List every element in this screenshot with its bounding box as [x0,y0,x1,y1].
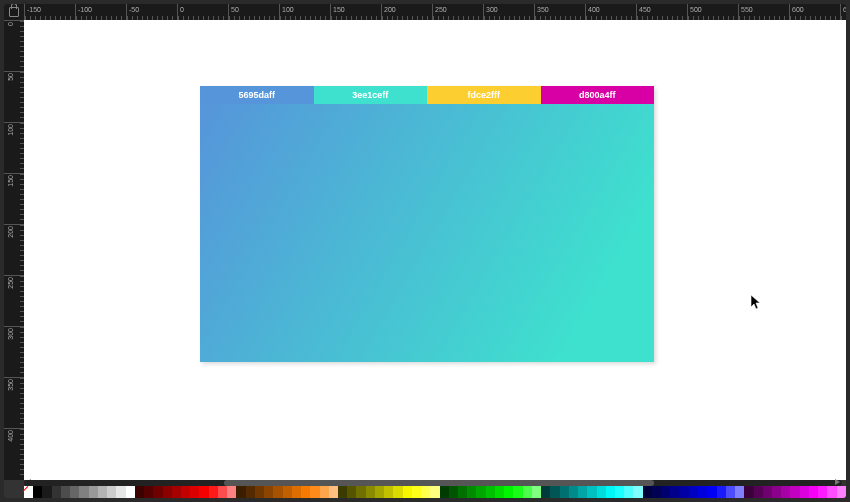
palette-color[interactable] [698,486,707,498]
palette-color[interactable] [827,486,836,498]
palette-color[interactable] [163,486,172,498]
palette-color[interactable] [809,486,818,498]
palette-color[interactable] [440,486,449,498]
palette-color[interactable] [717,486,726,498]
palette-color[interactable] [680,486,689,498]
color-palette[interactable] [24,486,846,498]
palette-color[interactable] [818,486,827,498]
gradient-rectangle[interactable] [200,104,654,362]
palette-color[interactable] [652,486,661,498]
palette-color[interactable] [458,486,467,498]
palette-color[interactable] [246,486,255,498]
palette-color[interactable] [283,486,292,498]
palette-color[interactable] [421,486,430,498]
palette-color[interactable] [329,486,338,498]
palette-color[interactable] [541,486,550,498]
palette-color[interactable] [98,486,107,498]
palette-color[interactable] [661,486,670,498]
palette-color[interactable] [707,486,716,498]
scroll-right-icon[interactable] [835,479,840,485]
palette-color[interactable] [135,486,144,498]
palette-color[interactable] [144,486,153,498]
palette-color[interactable] [126,486,135,498]
ruler-vertical[interactable]: 050100150200250300350400 [4,20,24,480]
palette-color[interactable] [292,486,301,498]
color-swatch[interactable]: fdce2fff [427,86,541,104]
palette-color[interactable] [569,486,578,498]
palette-color[interactable] [726,486,735,498]
palette-color[interactable] [606,486,615,498]
palette-color[interactable] [153,486,162,498]
palette-color[interactable] [70,486,79,498]
palette-color[interactable] [52,486,61,498]
color-swatch[interactable]: 3ee1ceff [314,86,428,104]
palette-color[interactable] [670,486,679,498]
artboard[interactable]: 5695daff3ee1cefffdce2fffd800a4ff [200,86,654,362]
palette-color[interactable] [800,486,809,498]
palette-color[interactable] [504,486,513,498]
palette-color[interactable] [320,486,329,498]
palette-color[interactable] [587,486,596,498]
palette-color[interactable] [375,486,384,498]
palette-color[interactable] [597,486,606,498]
palette-color[interactable] [449,486,458,498]
palette-color[interactable] [209,486,218,498]
palette-color[interactable] [218,486,227,498]
palette-color[interactable] [255,486,264,498]
palette-color[interactable] [837,486,846,498]
palette-color[interactable] [403,486,412,498]
palette-color[interactable] [107,486,116,498]
palette-color[interactable] [42,486,51,498]
palette-color[interactable] [264,486,273,498]
palette-color[interactable] [347,486,356,498]
palette-color[interactable] [116,486,125,498]
palette-color[interactable] [356,486,365,498]
palette-color[interactable] [578,486,587,498]
palette-color[interactable] [495,486,504,498]
palette-color[interactable] [772,486,781,498]
palette-color[interactable] [393,486,402,498]
palette-color[interactable] [689,486,698,498]
palette-color[interactable] [338,486,347,498]
palette-color[interactable] [476,486,485,498]
palette-color[interactable] [199,486,208,498]
palette-color[interactable] [227,486,236,498]
palette-color[interactable] [523,486,532,498]
palette-color[interactable] [735,486,744,498]
palette-color[interactable] [61,486,70,498]
palette-color[interactable] [763,486,772,498]
palette-color[interactable] [273,486,282,498]
palette-color[interactable] [89,486,98,498]
palette-color[interactable] [781,486,790,498]
palette-color[interactable] [633,486,642,498]
palette-color[interactable] [532,486,541,498]
palette-color[interactable] [615,486,624,498]
palette-color[interactable] [467,486,476,498]
palette-color[interactable] [301,486,310,498]
palette-color[interactable] [412,486,421,498]
ruler-horizontal[interactable]: -150-100-5005010015020025030035040045050… [24,4,846,20]
palette-color[interactable] [744,486,753,498]
palette-color[interactable] [430,486,439,498]
ruler-corner[interactable] [4,4,24,20]
palette-color[interactable] [486,486,495,498]
palette-no-fill[interactable] [24,486,33,498]
canvas[interactable]: 5695daff3ee1cefffdce2fffd800a4ff [24,20,846,480]
palette-color[interactable] [513,486,522,498]
palette-color[interactable] [790,486,799,498]
palette-color[interactable] [190,486,199,498]
palette-color[interactable] [181,486,190,498]
palette-color[interactable] [624,486,633,498]
palette-color[interactable] [384,486,393,498]
palette-color[interactable] [643,486,652,498]
color-swatch[interactable]: 5695daff [200,86,314,104]
color-swatch[interactable]: d800a4ff [541,86,655,104]
palette-color[interactable] [310,486,319,498]
palette-color[interactable] [560,486,569,498]
palette-color[interactable] [550,486,559,498]
palette-color[interactable] [366,486,375,498]
palette-color[interactable] [236,486,245,498]
palette-color[interactable] [172,486,181,498]
palette-color[interactable] [754,486,763,498]
palette-color[interactable] [79,486,88,498]
